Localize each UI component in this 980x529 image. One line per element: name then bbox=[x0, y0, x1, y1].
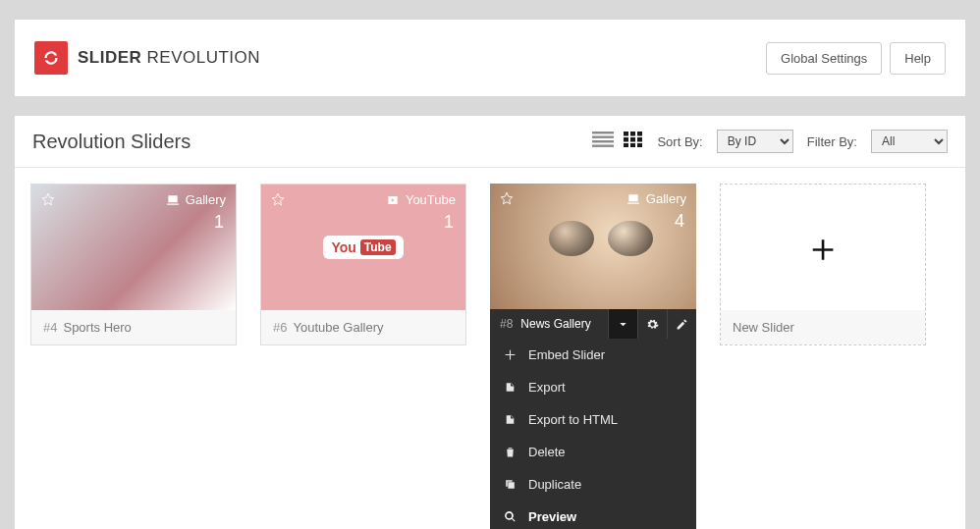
svg-rect-11 bbox=[630, 143, 635, 147]
plus-icon: ＋ bbox=[803, 221, 843, 275]
svg-rect-12 bbox=[637, 143, 642, 147]
filter-by-label: Filter By: bbox=[807, 134, 857, 149]
gear-icon[interactable] bbox=[637, 309, 667, 339]
svg-rect-8 bbox=[630, 137, 635, 142]
star-icon[interactable] bbox=[271, 192, 285, 210]
slide-count: 1 bbox=[444, 212, 454, 233]
svg-rect-0 bbox=[592, 132, 614, 133]
logo-icon bbox=[34, 41, 68, 75]
filter-by-select[interactable]: All bbox=[871, 130, 948, 153]
svg-rect-5 bbox=[630, 132, 635, 136]
slider-actions-menu: Embed Slider Export Export to HTML Delet… bbox=[490, 339, 696, 529]
menu-duplicate[interactable]: Duplicate bbox=[490, 468, 696, 501]
slider-thumbnail: Gallery 4 bbox=[490, 184, 696, 309]
slide-count: 1 bbox=[214, 212, 224, 233]
pencil-icon[interactable] bbox=[667, 309, 696, 339]
slider-thumbnail: YouTube 1 YouTube bbox=[261, 185, 465, 310]
slider-thumbnail: Gallery 1 bbox=[31, 185, 236, 310]
top-bar: SLIDER REVOLUTION Global Settings Help bbox=[15, 20, 965, 96]
svg-rect-4 bbox=[624, 132, 628, 136]
svg-rect-10 bbox=[624, 143, 628, 147]
brand-text: SLIDER REVOLUTION bbox=[78, 48, 260, 68]
slider-caption: #6Youtube Gallery bbox=[261, 310, 465, 344]
menu-delete[interactable]: Delete bbox=[490, 436, 696, 468]
slider-type: YouTube bbox=[386, 192, 456, 207]
brand: SLIDER REVOLUTION bbox=[34, 41, 260, 75]
slider-type: Gallery bbox=[166, 192, 226, 207]
menu-export[interactable]: Export bbox=[490, 371, 696, 403]
slider-caption: #4Sports Hero bbox=[31, 310, 236, 344]
svg-rect-6 bbox=[637, 132, 642, 136]
svg-rect-2 bbox=[592, 140, 614, 142]
slider-card-active[interactable]: Gallery 4 #8News Gallery Embed Slider Ex… bbox=[490, 184, 696, 529]
svg-rect-3 bbox=[592, 145, 614, 147]
sort-by-label: Sort By: bbox=[657, 134, 702, 149]
menu-export-html[interactable]: Export to HTML bbox=[490, 403, 696, 436]
svg-rect-1 bbox=[592, 136, 614, 138]
tile-caption: New Slider bbox=[721, 310, 925, 344]
help-button[interactable]: Help bbox=[890, 42, 946, 75]
slider-card[interactable]: Gallery 1 #4Sports Hero bbox=[30, 184, 237, 345]
new-slider-tile[interactable]: ＋ New Slider bbox=[720, 184, 926, 345]
star-icon[interactable] bbox=[41, 192, 55, 210]
sliders-panel: Revolution Sliders Sort By: By ID Filter… bbox=[15, 116, 965, 529]
menu-preview[interactable]: Preview bbox=[490, 501, 696, 529]
svg-rect-7 bbox=[624, 137, 628, 142]
panel-title: Revolution Sliders bbox=[32, 131, 191, 153]
menu-embed[interactable]: Embed Slider bbox=[490, 339, 696, 371]
list-view-icon[interactable] bbox=[592, 132, 614, 151]
grid-view-icon[interactable] bbox=[624, 132, 643, 151]
svg-rect-9 bbox=[637, 137, 642, 142]
chevron-down-icon[interactable] bbox=[608, 309, 637, 339]
sort-by-select[interactable]: By ID bbox=[717, 130, 793, 153]
slider-card[interactable]: YouTube 1 YouTube #6Youtube Gallery bbox=[260, 184, 466, 345]
youtube-logo: YouTube bbox=[323, 236, 403, 259]
slider-title-bar: #8News Gallery bbox=[490, 309, 696, 339]
global-settings-button[interactable]: Global Settings bbox=[766, 42, 882, 75]
